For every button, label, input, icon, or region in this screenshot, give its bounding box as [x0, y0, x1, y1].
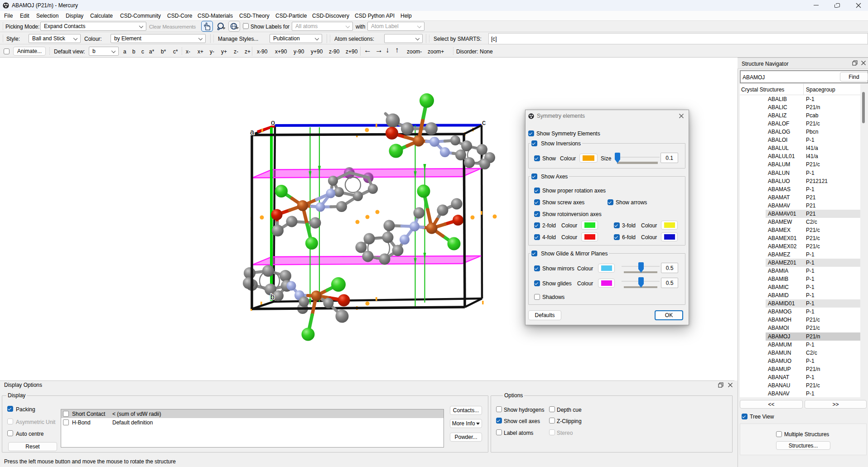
svg-text:a: a — [250, 128, 254, 136]
svg-text:c: c — [482, 119, 486, 126]
svg-text:b: b — [270, 293, 275, 301]
svg-text:o: o — [271, 119, 275, 126]
